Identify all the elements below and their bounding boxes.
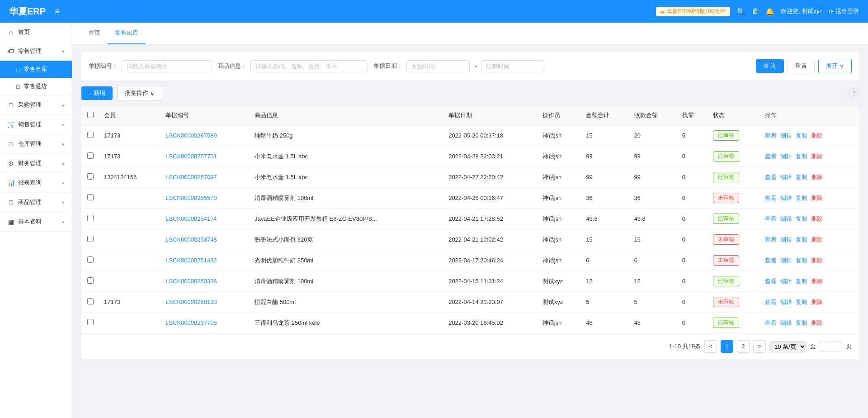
edit-link[interactable]: 编辑 (780, 152, 792, 161)
sidebar-item-goods[interactable]: □ 商品管理 ∨ (0, 193, 72, 212)
delete-link[interactable]: 删除 (811, 319, 823, 327)
edit-link[interactable]: 编辑 (780, 173, 792, 181)
delete-link[interactable]: 删除 (811, 256, 823, 265)
row-checkbox[interactable] (87, 236, 94, 242)
doc-no-link[interactable]: LSCK00000254174 (165, 215, 217, 222)
prev-page-button[interactable]: < (704, 340, 717, 353)
trash-icon[interactable]: 🗑 (752, 7, 759, 15)
view-link[interactable]: 查看 (765, 319, 777, 327)
view-link[interactable]: 查看 (765, 256, 777, 265)
view-link[interactable]: 查看 (765, 194, 777, 202)
copy-link[interactable]: 复制 (796, 194, 807, 202)
sidebar-item-basic[interactable]: ▦ 基本资料 ∨ (0, 212, 72, 231)
sidebar-item-retail-out[interactable]: □ 零售出库 (0, 61, 72, 78)
sidebar-item-warehouse[interactable]: □ 仓库管理 ∨ (0, 134, 72, 153)
date-end-input[interactable] (481, 60, 544, 72)
copy-link[interactable]: 复制 (796, 319, 807, 327)
reset-button[interactable]: 重置 (788, 59, 815, 73)
delete-link[interactable]: 删除 (811, 173, 823, 181)
copy-link[interactable]: 复制 (796, 236, 807, 244)
copy-link[interactable]: 复制 (796, 152, 807, 161)
goto-input[interactable] (820, 342, 842, 352)
copy-link[interactable]: 复制 (796, 132, 807, 140)
view-link[interactable]: 查看 (765, 152, 777, 161)
row-checkbox[interactable] (87, 215, 94, 221)
view-link[interactable]: 查看 (765, 236, 777, 244)
view-link[interactable]: 查看 (765, 277, 777, 285)
doc-no-link[interactable]: LSCK00000237705 (165, 319, 217, 326)
doc-no-link[interactable]: LSCK00000267589 (165, 132, 217, 139)
select-all-checkbox[interactable] (87, 112, 94, 118)
sidebar-item-report[interactable]: 📊 报表查询 ∨ (0, 173, 72, 192)
edit-link[interactable]: 编辑 (780, 236, 792, 244)
query-button[interactable]: 查 询 (756, 59, 784, 73)
copy-link[interactable]: 复制 (796, 298, 807, 306)
row-checkbox[interactable] (87, 132, 94, 138)
view-link[interactable]: 查看 (765, 215, 777, 223)
doc-no-link[interactable]: LSCK00000250326 (165, 278, 217, 285)
basic-arrow-icon: ∨ (61, 219, 65, 224)
goods-info-input[interactable] (250, 60, 368, 72)
view-link[interactable]: 查看 (765, 132, 777, 140)
next-page-button[interactable]: > (753, 340, 766, 353)
row-checkbox-cell (81, 229, 99, 250)
batch-button[interactable]: 批量操作 ∨ (117, 86, 162, 100)
doc-no-link[interactable]: LSCK00000250133 (165, 299, 217, 305)
row-checkbox[interactable] (87, 152, 94, 159)
row-checkbox[interactable] (87, 298, 94, 304)
add-button[interactable]: + 新增 (81, 86, 113, 100)
delete-link[interactable]: 删除 (811, 152, 823, 161)
doc-no-link[interactable]: LSCK00000257751 (165, 153, 217, 160)
copy-link[interactable]: 复制 (796, 173, 807, 181)
edit-link[interactable]: 编辑 (780, 132, 792, 140)
delete-link[interactable]: 删除 (811, 298, 823, 306)
doc-no-link[interactable]: LSCK00000255570 (165, 195, 217, 201)
tabs-bar: 首页 零售出库 (72, 23, 868, 44)
expand-button[interactable]: 展开 ∨ (818, 59, 852, 73)
tab-retail-out[interactable]: 零售出库 (108, 23, 146, 44)
doc-no-link[interactable]: LSCK00000251432 (165, 257, 217, 264)
sidebar-item-finance[interactable]: ⊙ 财务管理 ∨ (0, 154, 72, 173)
sidebar-item-retail-return[interactable]: □ 零售退货 (0, 78, 72, 95)
copy-link[interactable]: 复制 (796, 215, 807, 223)
delete-link[interactable]: 删除 (811, 215, 823, 223)
per-page-select[interactable]: 10 条/页 20 条/页 50 条/页 (769, 341, 807, 352)
view-link[interactable]: 查看 (765, 173, 777, 181)
edit-link[interactable]: 编辑 (780, 194, 792, 202)
doc-no-input[interactable] (122, 60, 212, 72)
delete-link[interactable]: 删除 (811, 236, 823, 244)
sidebar-item-home[interactable]: ⌂ 首页 (0, 23, 72, 42)
row-checkbox[interactable] (87, 277, 94, 284)
doc-no-link[interactable]: LSCK00000257097 (165, 174, 217, 180)
edit-link[interactable]: 编辑 (780, 319, 792, 327)
edit-link[interactable]: 编辑 (780, 298, 792, 306)
delete-link[interactable]: 删除 (811, 132, 823, 140)
tab-home[interactable]: 首页 (81, 23, 108, 44)
date-start-input[interactable] (406, 60, 470, 72)
row-checkbox[interactable] (87, 173, 94, 180)
row-checkbox[interactable] (87, 256, 94, 263)
bell-icon[interactable]: 🔔 (765, 7, 774, 16)
menu-icon[interactable]: ≡ (55, 7, 60, 16)
finance-arrow-icon: ∨ (61, 161, 65, 166)
edit-link[interactable]: 编辑 (780, 277, 792, 285)
sidebar-item-purchase[interactable]: □ 采购管理 ∨ (0, 95, 72, 114)
delete-link[interactable]: 删除 (811, 194, 823, 202)
promo-banner[interactable]: ☁ 华夏ERP网络版100元/年 (656, 7, 730, 16)
sidebar-item-sales[interactable]: 🛒 销售管理 ∨ (0, 115, 72, 134)
edit-link[interactable]: 编辑 (780, 256, 792, 265)
edit-link[interactable]: 编辑 (780, 215, 792, 223)
copy-link[interactable]: 复制 (796, 256, 807, 265)
view-link[interactable]: 查看 (765, 298, 777, 306)
doc-no-link[interactable]: LSCK00000253748 (165, 236, 217, 243)
row-checkbox[interactable] (87, 194, 94, 200)
help-icon[interactable]: ? (849, 88, 859, 98)
page-2-button[interactable]: 2 (737, 340, 750, 353)
delete-link[interactable]: 删除 (811, 277, 823, 285)
row-checkbox[interactable] (87, 319, 94, 325)
copy-link[interactable]: 复制 (796, 277, 807, 285)
search-icon[interactable]: 🔍 (736, 7, 745, 16)
logout-button[interactable]: ⟳ 退出登录 (829, 7, 859, 15)
sidebar-item-retail[interactable]: 🏷 零售管理 ∧ (0, 42, 72, 61)
page-1-button[interactable]: 1 (721, 340, 733, 353)
